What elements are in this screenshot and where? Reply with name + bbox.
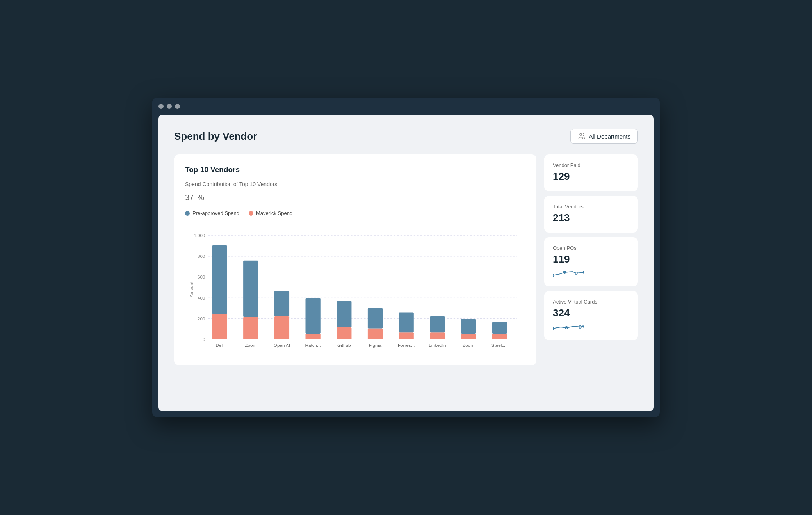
svg-rect-32	[399, 312, 414, 332]
titlebar-dot-1	[158, 104, 164, 109]
bar-figma: Figma	[368, 308, 383, 348]
stat-total-vendors: Total Vendors 213	[544, 196, 638, 233]
main-layout: Top 10 Vendors Spend Contribution of Top…	[174, 154, 638, 365]
svg-rect-23	[306, 298, 321, 334]
svg-text:Steelc...: Steelc...	[491, 343, 508, 348]
svg-text:Figma: Figma	[369, 343, 382, 348]
svg-text:LinkedIn: LinkedIn	[429, 343, 446, 348]
svg-text:Github: Github	[337, 343, 351, 348]
bar-dell: Dell	[212, 245, 227, 348]
svg-rect-41	[492, 322, 507, 334]
svg-text:Open AI: Open AI	[274, 343, 290, 348]
all-departments-button[interactable]: All Departments	[570, 129, 638, 144]
all-departments-label: All Departments	[589, 133, 630, 140]
titlebar-dot-2	[167, 104, 172, 109]
vendor-paid-label: Vendor Paid	[553, 162, 629, 168]
svg-point-0	[580, 133, 582, 135]
bar-steelc: Steelc...	[491, 322, 508, 348]
legend-maverick-label: Maverick Spend	[256, 210, 292, 216]
stat-open-pos: Open POs 119	[544, 237, 638, 286]
bar-hatch: Hatch...	[305, 298, 321, 348]
legend-maverick: Maverick Spend	[249, 210, 292, 216]
page-title: Spend by Vendor	[174, 130, 257, 142]
contribution-label: Spend Contribution of Top 10 Vendors	[185, 181, 525, 187]
open-pos-value: 119	[553, 253, 629, 265]
bar-forres: Forres...	[398, 312, 415, 347]
svg-rect-31	[399, 332, 414, 339]
active-virtual-cards-label: Active Virtual Cards	[553, 299, 629, 305]
svg-rect-37	[461, 334, 476, 339]
legend-maverick-dot	[249, 211, 253, 216]
svg-text:Forres...: Forres...	[398, 343, 415, 348]
spend-percentage: 37 %	[185, 189, 525, 203]
svg-rect-26	[337, 301, 351, 327]
svg-rect-34	[430, 332, 445, 339]
stat-active-virtual-cards: Active Virtual Cards 324	[544, 291, 638, 340]
svg-rect-25	[337, 327, 351, 339]
active-cards-sparkline-svg	[553, 322, 584, 332]
svg-text:200: 200	[198, 316, 205, 321]
svg-rect-19	[274, 316, 289, 339]
y-axis-title: Amount	[189, 281, 194, 297]
page-header: Spend by Vendor All Departments	[174, 129, 638, 144]
bar-zoom1: Zoom	[243, 261, 258, 348]
stats-sidebar: Vendor Paid 129 Total Vendors 213 Open P…	[544, 154, 638, 365]
chart-svg: Amount 0 200 400 600	[185, 223, 525, 356]
content-area: Spend by Vendor All Departments Top 10 V…	[158, 115, 654, 411]
svg-text:400: 400	[198, 295, 205, 300]
legend-preapproved-dot	[185, 211, 190, 216]
svg-text:0: 0	[203, 337, 205, 342]
open-pos-label: Open POs	[553, 245, 629, 251]
svg-text:Zoom: Zoom	[245, 343, 256, 348]
open-pos-sparkline	[553, 268, 629, 279]
stat-vendor-paid: Vendor Paid 129	[544, 154, 638, 191]
legend-preapproved: Pre-approved Spend	[185, 210, 239, 216]
svg-text:Zoom: Zoom	[463, 343, 474, 348]
svg-rect-29	[368, 308, 383, 329]
legend-preapproved-label: Pre-approved Spend	[192, 210, 239, 216]
bar-zoom2: Zoom	[461, 319, 476, 348]
open-pos-sparkline-svg	[553, 268, 584, 278]
vendor-paid-value: 129	[553, 170, 629, 183]
svg-rect-20	[274, 291, 289, 316]
active-virtual-cards-value: 324	[553, 307, 629, 319]
bar-github: Github	[337, 301, 351, 347]
chart-legend: Pre-approved Spend Maverick Spend	[185, 210, 525, 216]
svg-text:600: 600	[198, 274, 205, 279]
svg-text:1,000: 1,000	[194, 233, 205, 238]
bar-linkedin: LinkedIn	[429, 316, 446, 348]
svg-rect-13	[212, 314, 227, 339]
app-window: Spend by Vendor All Departments Top 10 V…	[152, 98, 660, 417]
titlebar-dot-3	[175, 104, 180, 109]
departments-icon	[578, 132, 586, 140]
svg-text:800: 800	[198, 254, 205, 259]
svg-rect-22	[306, 334, 321, 339]
titlebar	[152, 98, 660, 115]
svg-rect-28	[368, 329, 383, 339]
active-virtual-cards-sparkline	[553, 322, 629, 333]
chart-card: Top 10 Vendors Spend Contribution of Top…	[174, 154, 536, 365]
svg-rect-14	[212, 245, 227, 314]
bar-chart: Amount 0 200 400 600	[185, 223, 525, 356]
svg-rect-16	[243, 317, 258, 339]
svg-rect-38	[461, 319, 476, 334]
svg-rect-40	[492, 334, 507, 339]
svg-rect-35	[430, 316, 445, 332]
total-vendors-label: Total Vendors	[553, 204, 629, 210]
svg-text:Hatch...: Hatch...	[305, 343, 321, 348]
total-vendors-value: 213	[553, 212, 629, 224]
svg-text:Dell: Dell	[216, 343, 224, 348]
bar-openai: Open AI	[274, 291, 290, 348]
svg-rect-17	[243, 261, 258, 317]
chart-card-title: Top 10 Vendors	[185, 165, 525, 174]
